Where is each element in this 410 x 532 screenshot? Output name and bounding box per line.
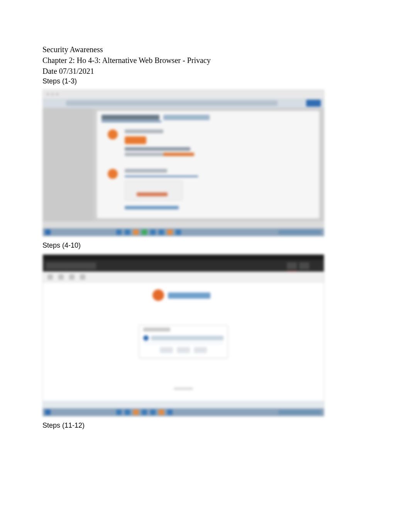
extension-badge [306, 100, 321, 107]
taskbar [43, 228, 324, 236]
taskbar-app-icon [167, 229, 173, 235]
taskbar-app-icon [150, 410, 156, 415]
home-icon [80, 274, 85, 280]
back-icon [47, 274, 53, 280]
taskbar-icons [116, 410, 205, 415]
logo-icon [152, 289, 164, 301]
status-bar [43, 221, 324, 228]
chapter-title: Chapter 2: Ho 4-3: Alternative Web Brows… [42, 55, 368, 65]
course-title: Security Awareness [42, 44, 368, 54]
drag-handle-icon [174, 388, 193, 390]
steps-label-2: Steps (4-10) [42, 241, 368, 250]
taskbar-app-icon [159, 410, 164, 415]
item-link [163, 153, 194, 156]
search-row [143, 335, 224, 342]
system-tray [278, 230, 321, 235]
tab-inactive [163, 115, 210, 120]
page-body [43, 108, 324, 221]
page-body [43, 282, 324, 401]
taskbar-app-icon [142, 410, 147, 415]
content-panel [97, 111, 319, 218]
browser-logo-icon [108, 129, 118, 139]
tab-active [102, 115, 159, 120]
steps-label-1: Steps (1-3) [42, 77, 368, 86]
taskbar-icons [116, 229, 205, 235]
speed-dial-tile [177, 347, 190, 353]
forward-icon [58, 274, 64, 280]
screenshot-2 [42, 254, 324, 416]
taskbar [43, 408, 324, 416]
window-top-border [43, 255, 324, 260]
speed-dial-row [151, 347, 216, 354]
search-label [143, 328, 170, 331]
browser-logo-icon [108, 169, 118, 179]
address-bar [43, 99, 324, 108]
search-engine-icon [143, 335, 149, 341]
traffic-light-icon [56, 93, 58, 95]
status-bar [43, 401, 324, 408]
taskbar-app-icon [167, 410, 173, 415]
download-item-2 [102, 167, 223, 218]
speed-dial-tile [160, 347, 173, 353]
nav-buttons [47, 274, 94, 280]
preview-text [137, 192, 168, 196]
taskbar-app-icon [176, 229, 181, 235]
download-item-1 [102, 128, 223, 158]
tab-underline [102, 121, 161, 122]
window-controls [286, 262, 321, 269]
taskbar-app-icon [133, 229, 139, 235]
reload-icon [69, 274, 75, 280]
item-title [125, 169, 167, 173]
minimize-icon [287, 262, 297, 269]
start-button-icon [45, 410, 51, 415]
taskbar-app-icon [150, 229, 156, 235]
divider-line [143, 343, 224, 343]
steps-label-3: Steps (11-12) [42, 421, 368, 430]
taskbar-app-icon [125, 410, 130, 415]
search-widget [139, 325, 228, 358]
system-tray [278, 410, 321, 415]
taskbar-app-icon [116, 410, 122, 415]
sidebar [43, 108, 93, 221]
traffic-light-icon [51, 93, 54, 95]
date-line: Date 07/31/2021 [42, 66, 368, 76]
traffic-light-icon [47, 93, 49, 95]
item-link [125, 206, 179, 209]
tab-strip [43, 260, 324, 272]
search-placeholder [151, 336, 224, 340]
logo-text [168, 292, 210, 299]
browser-logo [152, 289, 214, 302]
browser-tab [46, 262, 96, 269]
toolbar [43, 272, 324, 282]
item-title [125, 129, 163, 133]
url-field [66, 100, 278, 106]
preview-box [125, 180, 183, 201]
taskbar-app-icon [142, 229, 147, 235]
speed-dial-tile [194, 347, 207, 353]
taskbar-app-icon [159, 229, 164, 235]
screenshot-1 [42, 90, 324, 236]
taskbar-app-icon [125, 229, 130, 235]
start-button-icon [45, 229, 51, 235]
download-button [125, 136, 146, 144]
divider-line [125, 176, 198, 177]
taskbar-app-icon [116, 229, 122, 235]
taskbar-app-icon [133, 410, 139, 415]
maximize-icon [299, 262, 309, 269]
item-text [125, 147, 190, 151]
window-titlebar [43, 90, 324, 99]
